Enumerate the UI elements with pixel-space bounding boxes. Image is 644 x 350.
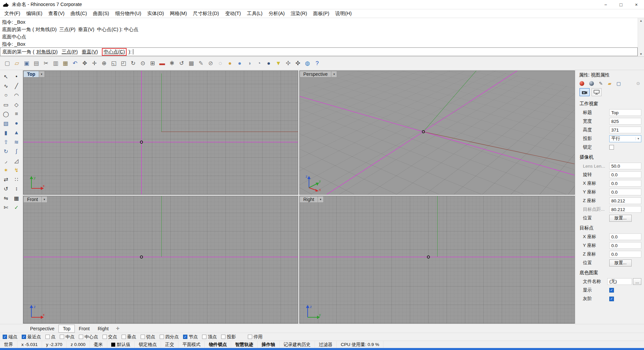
loft-tool-icon[interactable]: ≋ <box>12 138 22 146</box>
menu-item[interactable]: 渲染(R) <box>288 10 310 17</box>
osnap-checkbox[interactable] <box>160 335 164 339</box>
wallpaper-grayscale-checkbox[interactable] <box>609 297 614 301</box>
gumball-icon[interactable]: ✜ <box>293 59 302 68</box>
menu-item[interactable]: 查看(V) <box>45 10 67 17</box>
command-scrollbar[interactable]: ▲ ▼ <box>638 18 644 56</box>
selection-filter-icon[interactable]: ▼ <box>274 59 283 68</box>
osnap-disable-toggle[interactable]: 停用 <box>248 334 263 340</box>
projection-select[interactable]: 平行 ▾ <box>609 135 641 142</box>
camera-x-input[interactable]: 0.0 <box>609 180 641 187</box>
viewport-layout-icon[interactable]: ⊞ <box>148 59 157 68</box>
cone-tool-icon[interactable]: ▲ <box>12 128 22 137</box>
viewport-top-title[interactable]: Top <box>23 71 39 77</box>
viewport-perspective[interactable]: Perspective ▾ z y x <box>299 70 575 195</box>
curve-tool-icon[interactable]: ∿ <box>1 81 11 90</box>
undo-icon[interactable]: ↶ <box>70 59 79 68</box>
panel-menu-icon[interactable]: ⊙ <box>636 81 640 86</box>
ghosted-display-icon[interactable]: ◑ <box>245 59 254 68</box>
command-area[interactable]: 指令: _Box 底面的第一角 ( 对角线(D) 三点(P) 垂直(V) 中心点… <box>0 18 644 57</box>
command-option-vertical[interactable]: 垂直(V) <box>82 49 98 55</box>
options-icon[interactable]: ✱ <box>167 59 176 68</box>
menu-item[interactable]: 工具(L) <box>244 10 266 17</box>
status-item[interactable]: 物件锁点 <box>205 341 231 348</box>
osnap-toggle[interactable]: 投影 <box>221 334 236 340</box>
osnap-checkbox[interactable] <box>122 335 126 339</box>
osnap-checkbox[interactable] <box>22 335 26 339</box>
viewport-page-tab[interactable]: Perspective <box>26 325 58 332</box>
viewport-page-tab[interactable]: Top <box>58 325 75 333</box>
wireframe-display-icon[interactable]: ◌ <box>216 59 225 68</box>
command-option-diagonal[interactable]: 对角线(D) <box>36 49 58 55</box>
target-place-button[interactable]: 放置... <box>609 259 632 267</box>
rotate-tool-icon[interactable]: ↺ <box>1 184 11 193</box>
chevron-down-icon[interactable]: ▾ <box>42 196 47 203</box>
camera-y-input[interactable]: 0.0 <box>609 189 641 195</box>
cut-icon[interactable]: ✂ <box>41 59 50 68</box>
zoom-dynamic-icon[interactable]: ⊕ <box>100 59 109 68</box>
osnap-disable-checkbox[interactable] <box>248 335 252 339</box>
object-properties-tab-icon[interactable] <box>580 81 584 86</box>
rendered-display-icon[interactable]: ● <box>235 59 244 68</box>
revolve-tool-icon[interactable]: ↻ <box>1 147 11 156</box>
viewport-width-input[interactable]: 825 <box>609 118 641 125</box>
lock-icon[interactable]: ⊘ <box>206 59 215 68</box>
osnap-checkbox[interactable] <box>103 335 107 339</box>
chevron-down-icon[interactable]: ▾ <box>331 71 337 77</box>
web-browser-icon[interactable]: ◍ <box>303 59 312 68</box>
move-icon[interactable]: ✛ <box>90 59 99 68</box>
osnap-toggle[interactable]: 中心点 <box>79 334 98 340</box>
mirror-tool-icon[interactable]: ⇋ <box>1 194 11 202</box>
lens-length-input[interactable]: 50.0 <box>609 163 641 169</box>
menu-item[interactable]: 面板(P) <box>310 10 332 17</box>
rectangle-tool-icon[interactable]: ▭ <box>1 100 11 109</box>
status-item[interactable]: 毫米 <box>90 341 107 348</box>
osnap-checkbox[interactable] <box>60 335 64 339</box>
new-viewport-tab-icon[interactable]: ✛ <box>116 326 120 331</box>
osnap-checkbox[interactable] <box>45 335 50 339</box>
osnap-toggle[interactable]: 垂点 <box>122 334 136 340</box>
check-tool-icon[interactable]: ✓ <box>12 203 22 212</box>
viewport-right[interactable]: Right ▾ z y <box>299 196 575 324</box>
paste-icon[interactable]: ▦ <box>61 59 70 68</box>
osnap-toggle[interactable]: 四分点 <box>160 334 179 340</box>
menu-item[interactable]: 曲面(S) <box>90 10 112 17</box>
osnap-toggle[interactable]: 顶点 <box>202 334 217 340</box>
viewport-page-tab[interactable]: Front <box>75 325 94 332</box>
annotate-icon[interactable]: ✎ <box>196 59 205 68</box>
menu-item[interactable]: 说明(H) <box>332 10 355 17</box>
target-x-input[interactable]: 0.0 <box>609 233 641 240</box>
offset-tool-icon[interactable]: ≡ <box>12 110 22 118</box>
close-button[interactable]: × <box>629 0 644 9</box>
status-item[interactable]: z 0.000 <box>67 341 90 348</box>
help-icon[interactable]: ? <box>313 59 322 68</box>
menu-item[interactable]: 文件(F) <box>1 10 23 17</box>
menu-item[interactable]: 分析(A) <box>266 10 288 17</box>
shaded-display-icon[interactable]: ● <box>225 59 234 68</box>
osnap-toggle[interactable]: 中点 <box>60 334 74 340</box>
rotate-view-icon[interactable]: ↻ <box>129 59 138 68</box>
polyline-tool-icon[interactable]: ╱ <box>12 81 22 90</box>
camera-properties-button[interactable] <box>580 88 590 96</box>
zoom-selected-icon[interactable]: ⊙ <box>138 59 147 68</box>
menu-item[interactable]: 实体(O) <box>144 10 167 17</box>
camera-z-input[interactable]: 80.212 <box>609 197 641 204</box>
menu-item[interactable]: 细分物件(U) <box>112 10 144 17</box>
osnap-checkbox[interactable] <box>221 335 225 339</box>
ellipse-tool-icon[interactable]: ◯ <box>1 110 11 118</box>
new-file-icon[interactable]: ▢ <box>3 59 12 68</box>
display-tab-icon[interactable]: ▢ <box>617 81 621 86</box>
viewport-title-input[interactable]: Top <box>609 109 641 116</box>
osnap-checkbox[interactable] <box>79 335 83 339</box>
xray-display-icon[interactable]: ◔ <box>255 59 264 68</box>
command-option-center-highlighted[interactable]: 中心点(C) <box>102 48 127 56</box>
osnap-toggle[interactable]: 交点 <box>103 334 117 340</box>
viewport-height-input[interactable]: 371 <box>609 127 641 133</box>
cylinder-tool-icon[interactable]: ▮ <box>1 128 11 137</box>
status-item[interactable]: 默认值 <box>107 341 135 348</box>
point-tool-icon[interactable]: • <box>12 72 22 81</box>
camera-rotation-input[interactable]: 0.0 <box>609 171 641 178</box>
camera-place-button[interactable]: 放置... <box>609 215 632 222</box>
grid-options-icon[interactable]: ▩ <box>187 59 196 68</box>
chamfer-tool-icon[interactable]: ◿ <box>12 156 22 165</box>
status-item[interactable]: 锁定格点 <box>135 341 161 348</box>
